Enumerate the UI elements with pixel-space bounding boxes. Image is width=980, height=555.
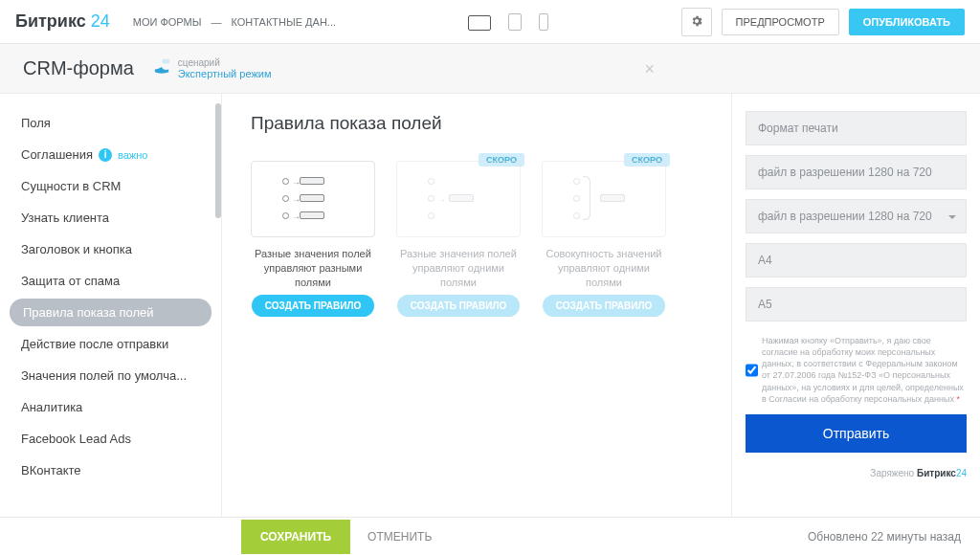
- sidebar-item-facebook[interactable]: Facebook Lead Ads: [0, 423, 221, 455]
- scenario-label: сценарий: [178, 57, 272, 68]
- consent-text: Нажимая кнопку «Отправить», я даю свое с…: [762, 336, 964, 404]
- preview-field-file2-select[interactable]: файл в разрешении 1280 на 720: [746, 199, 967, 233]
- bottom-bar: СОХРАНИТЬ ОТМЕНИТЬ Обновлено 22 минуты н…: [0, 517, 980, 555]
- sidebar-item-defaults[interactable]: Значения полей по умолча...: [0, 360, 221, 391]
- rule-card-desc: Совокупность значений управляют одними п…: [542, 247, 666, 289]
- rule-card-different-fields: → → → Разные значения полей управляют ра…: [251, 161, 375, 317]
- rule-card-same-fields: СКОРО → Разные значения полей управляют …: [396, 161, 521, 317]
- mode-switch[interactable]: сценарий Экспертный режим: [151, 57, 272, 79]
- preview-field-a4[interactable]: A4: [746, 243, 967, 278]
- sidebar-item-crm-entities[interactable]: Сущности в CRM: [0, 170, 221, 202]
- form-preview: Формат печати файл в разрешении 1280 на …: [731, 94, 980, 517]
- consent-block[interactable]: Нажимая кнопку «Отправить», я даю свое с…: [746, 335, 967, 405]
- page-title: CRM-форма: [23, 57, 134, 79]
- updated-text: Обновлено 22 минуты назад: [808, 530, 961, 544]
- subheader: CRM-форма сценарий Экспертный режим ×: [0, 44, 980, 94]
- svg-rect-0: [163, 59, 169, 64]
- sidebar-item-vk[interactable]: ВКонтакте: [0, 455, 221, 486]
- sidebar-item-spam[interactable]: Защита от спама: [0, 265, 221, 297]
- cancel-button[interactable]: ОТМЕНИТЬ: [350, 520, 449, 554]
- required-asterisk: *: [956, 394, 960, 404]
- preview-field-a5[interactable]: A5: [746, 287, 967, 322]
- consent-checkbox[interactable]: [746, 336, 758, 405]
- preview-button[interactable]: ПРЕДПРОСМОТР: [722, 9, 839, 35]
- sidebar-item-agreements[interactable]: Соглашения i важно: [0, 139, 221, 170]
- device-switcher: [468, 13, 548, 31]
- sidebar-item-analytics[interactable]: Аналитика: [0, 391, 221, 423]
- submit-button[interactable]: Отправить: [746, 414, 967, 453]
- info-icon: i: [99, 148, 112, 162]
- sidebar-item-fields[interactable]: Поля: [0, 107, 221, 139]
- breadcrumb: МОИ ФОРМЫ — КОНТАКТНЫЕ ДАН...: [133, 16, 336, 28]
- preview-field-file1[interactable]: файл в разрешении 1280 на 720: [746, 155, 967, 189]
- sidebar-item-know-client[interactable]: Узнать клиента: [0, 202, 221, 233]
- device-tablet-icon[interactable]: [508, 13, 522, 31]
- rule-card-combined: СКОРО Совокупность значений управляют од…: [542, 161, 666, 317]
- create-rule-button-1[interactable]: СОЗДАТЬ ПРАВИЛО: [252, 295, 374, 317]
- save-button[interactable]: СОХРАНИТЬ: [241, 520, 350, 554]
- expert-icon: [151, 57, 172, 79]
- breadcrumb-contact[interactable]: КОНТАКТНЫЕ ДАН...: [231, 16, 336, 28]
- sidebar: Поля Соглашения i важно Сущности в CRM У…: [0, 94, 222, 517]
- sidebar-item-header-button[interactable]: Заголовок и кнопка: [0, 233, 221, 265]
- rule-diagram-3: [542, 161, 666, 237]
- expert-mode-link[interactable]: Экспертный режим: [178, 68, 272, 79]
- device-desktop-icon[interactable]: [468, 15, 491, 31]
- create-rule-button-3: СОЗДАТЬ ПРАВИЛО: [543, 295, 665, 317]
- settings-button[interactable]: [681, 8, 712, 36]
- create-rule-button-2: СОЗДАТЬ ПРАВИЛО: [397, 295, 520, 317]
- gear-icon: [690, 14, 703, 28]
- publish-button[interactable]: ОПУБЛИКОВАТЬ: [849, 9, 965, 35]
- sidebar-item-after-submit[interactable]: Действие после отправки: [0, 328, 221, 360]
- device-phone-icon[interactable]: [539, 13, 548, 31]
- main-content: Правила показа полей → → → Разные значен…: [222, 94, 731, 517]
- powered-by: Заряжено Битрикс24: [746, 468, 967, 478]
- app-header: Битрикс 24 МОИ ФОРМЫ — КОНТАКТНЫЕ ДАН...…: [0, 0, 980, 44]
- close-icon[interactable]: ×: [644, 59, 655, 79]
- breadcrumb-myforms[interactable]: МОИ ФОРМЫ: [133, 16, 202, 28]
- logo: Битрикс 24: [15, 11, 110, 32]
- important-badge: важно: [118, 149, 147, 161]
- rule-card-desc: Разные значения полей управляют разными …: [251, 247, 375, 289]
- section-title: Правила показа полей: [251, 113, 702, 134]
- rule-diagram-2: →: [396, 161, 521, 237]
- rule-diagram-1: → → →: [251, 161, 375, 237]
- header-actions: ПРЕДПРОСМОТР ОПУБЛИКОВАТЬ: [681, 8, 965, 36]
- preview-field-format[interactable]: Формат печати: [746, 111, 967, 145]
- sidebar-item-rules[interactable]: Правила показа полей: [10, 299, 212, 326]
- rule-card-desc: Разные значения полей управляют одними п…: [396, 247, 521, 289]
